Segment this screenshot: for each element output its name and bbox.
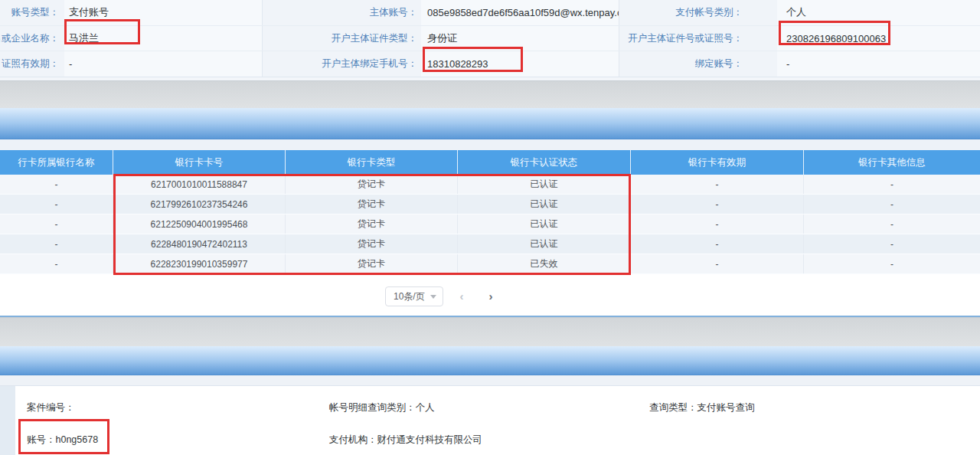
table-cell: 6212250904001995468: [113, 214, 286, 234]
payment-account-detail-page: 账号类型：支付账号主体账号：085e9858ed7de6f56aa10f59d@…: [0, 0, 980, 455]
field-value: 个人: [777, 0, 980, 25]
table-cell: 贷记卡: [286, 214, 458, 234]
field-label: 开户主体证件类型：: [263, 26, 421, 51]
table-cell: 贷记卡: [286, 175, 458, 194]
table-row: -6217001010011588847贷记卡已认证--: [0, 175, 980, 195]
separator-blue-band: [0, 108, 980, 139]
table-row: -6228480190472402113贷记卡已认证--: [0, 234, 980, 254]
account-info-table: 账号类型：支付账号主体账号：085e9858ed7de6f56aa10f59d@…: [0, 0, 980, 77]
table-cell: 6228480190472402113: [113, 234, 286, 254]
page-size-select[interactable]: 10条/页: [385, 286, 443, 306]
table-cell: 贷记卡: [286, 195, 458, 214]
table-cell: -: [631, 175, 804, 194]
table-cell: -: [804, 234, 980, 254]
table-cell: -: [0, 254, 113, 273]
info-row: 账号类型：支付账号主体账号：085e9858ed7de6f56aa10f59d@…: [0, 0, 980, 26]
field-value: -: [64, 51, 263, 77]
prev-page-button[interactable]: ‹: [451, 286, 472, 306]
table-cell: -: [0, 234, 113, 254]
table-cell: 6217001010011588847: [113, 175, 286, 194]
table-cell: -: [631, 254, 804, 273]
field-value: 18310828293: [421, 51, 619, 77]
table-cell: 6228230199010359977: [113, 254, 286, 273]
table-cell: 已认证: [458, 175, 631, 194]
separator-light-strip-2: [0, 375, 980, 385]
bank-card-table-body: -6217001010011588847贷记卡已认证---62179926102…: [0, 175, 980, 274]
case-info-footer: 案件编号： 帐号明细查询类别：个人 查询类型：支付账号查询 账号：h0ng567…: [0, 385, 980, 455]
table-row: -6217992610237354246贷记卡已认证--: [0, 195, 980, 214]
separator-gray-band-2: [0, 317, 980, 346]
info-row: 证照有效期：-开户主体绑定手机号：18310828293绑定账号：-: [0, 51, 980, 77]
pagination: 10条/页 ‹ ›: [385, 286, 501, 306]
table-cell: -: [804, 214, 980, 234]
table-cell: -: [631, 234, 804, 254]
field-label: 账号类型：: [0, 0, 64, 25]
next-page-button[interactable]: ›: [480, 286, 501, 306]
table-cell: -: [0, 175, 113, 194]
field-value: 马洪兰: [64, 26, 263, 51]
column-header: 银行卡其他信息: [804, 150, 980, 175]
field-label: 开户主体绑定手机号：: [263, 51, 421, 77]
table-cell: -: [804, 254, 980, 273]
field-label: 名或企业名称：: [0, 26, 64, 51]
page-size-value: 10条/页: [394, 290, 425, 303]
footer-left-strip: [0, 386, 15, 455]
table-cell: 贷记卡: [286, 254, 458, 273]
query-category: 帐号明细查询类别：个人: [329, 401, 435, 414]
separator-gray-band: [0, 80, 980, 108]
column-header: 银行卡认证状态: [458, 150, 631, 175]
table-cell: 贷记卡: [286, 234, 458, 254]
table-cell: 已认证: [458, 214, 631, 234]
table-row: -6228230199010359977贷记卡已失效--: [0, 254, 980, 274]
field-value: 085e9858ed7de6f56aa10f59d@wx.tenpay.c: [421, 0, 619, 25]
field-label: 证照有效期：: [0, 51, 64, 77]
case-number-label: 案件编号：: [27, 401, 75, 414]
bank-card-table: 行卡所属银行名称银行卡卡号银行卡类型银行卡认证状态银行卡有效期银行卡其他信息 -…: [0, 150, 980, 274]
column-header: 行卡所属银行名称: [0, 150, 113, 175]
table-cell: 已认证: [458, 234, 631, 254]
table-cell: -: [804, 195, 980, 214]
field-label: 绑定账号：: [619, 51, 777, 77]
column-header: 银行卡有效期: [631, 150, 804, 175]
chevron-down-icon: [430, 295, 436, 299]
table-cell: 已失效: [458, 254, 631, 273]
info-row: 名或企业名称：马洪兰开户主体证件类型：身份证开户主体证件号或证照号：230826…: [0, 26, 980, 52]
bank-card-table-header: 行卡所属银行名称银行卡卡号银行卡类型银行卡认证状态银行卡有效期银行卡其他信息: [0, 150, 980, 175]
account-number: 账号：h0ng5678: [27, 434, 98, 447]
field-value: -: [777, 51, 980, 77]
table-cell: -: [631, 214, 804, 234]
field-value: 支付账号: [64, 0, 263, 25]
field-label: 开户主体证件号或证照号：: [619, 26, 777, 51]
field-value: 230826196809100063: [777, 26, 980, 51]
query-type: 查询类型：支付账号查询: [649, 401, 755, 414]
table-cell: -: [631, 195, 804, 214]
table-cell: 6217992610237354246: [113, 195, 286, 214]
table-cell: -: [804, 175, 980, 194]
column-header: 银行卡类型: [286, 150, 458, 175]
field-label: 支付帐号类别：: [619, 0, 777, 25]
table-cell: -: [0, 214, 113, 234]
separator-light-strip: [0, 139, 980, 150]
column-header: 银行卡卡号: [113, 150, 286, 175]
table-cell: -: [0, 195, 113, 214]
separator-blue-band-2: [0, 346, 980, 375]
table-row: -6212250904001995468贷记卡已认证--: [0, 214, 980, 234]
field-value: 身份证: [421, 26, 619, 51]
payment-provider: 支付机构：财付通支付科技有限公司: [329, 434, 482, 447]
table-cell: 已认证: [458, 195, 631, 214]
field-label: 主体账号：: [263, 0, 421, 25]
